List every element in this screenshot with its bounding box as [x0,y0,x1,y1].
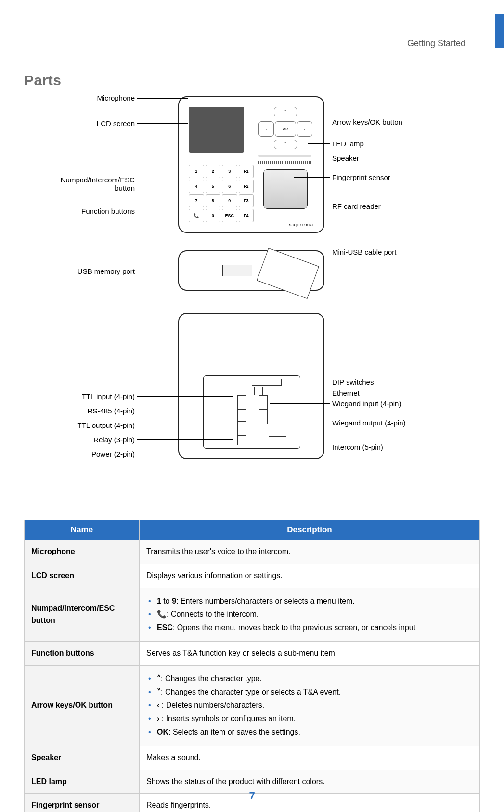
label-rf-reader: RF card reader [332,202,381,210]
arrowpad-illustration: ˄ ˅ ‹ › OK [258,107,311,153]
text: : Inserts symbols or configures an item. [159,714,296,722]
arrow-right-key: › [297,121,312,137]
arrow-left-key: ‹ [258,121,274,137]
cell-desc: Serves as T&A function key or selects a … [140,641,480,665]
arrow-up-key: ˄ [274,107,297,116]
table-header-row: Name Description [25,520,480,540]
table-row: Speaker Makes a sound. [25,746,480,770]
chevron-up-icon: ˄ [157,674,161,683]
cell-name: Numpad/Intercom/ESC button [25,588,140,641]
keypad-key: F1 [239,165,254,178]
cell-desc: Displays various information or settings… [140,564,480,588]
led-lamp-illustration [258,155,311,157]
arrow-down-key: ˅ [274,140,297,149]
text: : Changes the character type. [161,674,262,683]
leader-line [137,439,233,440]
keypad-key: 8 [206,194,221,208]
keypad-key: F4 [239,209,254,222]
bold-text: OK [157,728,168,736]
text: : Changes the character type or selects … [161,688,341,696]
cell-desc: Makes a sound. [140,746,480,770]
keypad-key: 2 [206,165,221,178]
leader-line [270,423,330,423]
label-wiegand-out: Wiegand output (4-pin) [332,419,406,427]
label-power: Power (2-pin) [34,450,135,458]
label-numpad-esc: Numpad/Intercom/ESC button [34,176,135,192]
leader-line [137,185,188,185]
rs485-illustration [237,410,246,421]
label-fingerprint: Fingerprint sensor [332,173,390,181]
label-arrow-ok: Arrow keys/OK button [332,118,402,126]
list-item: OK: Selects an item or saves the setting… [146,726,473,738]
text: : Connects to the intercom. [167,610,258,618]
label-lcd: LCD screen [53,119,135,128]
page-number: 7 [0,790,504,802]
keypad-key: 9 [222,194,237,208]
leader-line [308,158,330,158]
keypad-key: 4 [189,180,204,193]
th-name: Name [25,520,140,540]
keypad-key: 0 [206,209,221,222]
table-row: Numpad/Intercom/ESC button 1 to 9: Enter… [25,588,480,641]
phone-icon: 📞 [157,610,167,618]
label-mini-usb: Mini-USB cable port [332,248,396,256]
lcd-illustration [189,107,244,153]
table-row: Microphone Transmits the user's voice to… [25,540,480,564]
leader-line [137,425,233,425]
keypad-key: ESC [222,209,237,222]
leader-line [137,211,200,211]
label-intercom: Intercom (5-pin) [332,443,383,451]
parts-table: Name Description Microphone Transmits th… [24,520,480,812]
leader-line [137,98,188,99]
label-ethernet: Ethernet [332,389,360,397]
list-item: 📞: Connects to the intercom. [146,608,473,620]
list-item: ‹ : Deletes numbers/characters. [146,699,473,711]
keypad-key: 5 [206,180,221,193]
list-item: ˅: Changes the character type or selects… [146,686,473,698]
keypad-key: 7 [189,194,204,208]
bold-text: 1 [157,597,161,605]
label-relay: Relay (3-pin) [34,436,135,444]
cell-name: Function buttons [25,641,140,665]
label-function-buttons: Function buttons [43,207,135,215]
label-rs485: RS-485 (4-pin) [34,407,135,415]
table-row: Function buttons Serves as T&A function … [25,641,480,665]
device-back-illustration [178,313,324,459]
label-wiegand-in: Wiegand input (4-pin) [332,400,401,408]
fingerprint-illustration [263,169,308,209]
label-microphone: Microphone [53,94,135,102]
text: : Deletes numbers/characters. [159,701,264,709]
leader-line [270,403,330,404]
connector-area [203,375,300,449]
leader-line [137,454,243,454]
section-title: Parts [24,72,62,89]
wiegand-output-illustration [259,410,268,424]
breadcrumb: Getting Started [407,39,465,49]
list-item: ˄: Changes the character type. [146,673,473,685]
keypad-key: F3 [239,194,254,208]
leader-line [294,122,330,122]
keypad-key: 1 [189,165,204,178]
text: : Opens the menu, moves back to the prev… [173,623,415,632]
cover-flap-illustration [257,248,319,299]
leader-line [137,396,233,397]
bold-text: 9 [172,597,176,605]
keypad-illustration: 1 2 3 F1 4 5 6 F2 7 8 9 F3 📞 0 ESC F4 [189,165,254,222]
leader-line [265,252,330,252]
intercom-port-illustration [269,429,286,437]
device-bottom-illustration [178,250,324,291]
keypad-key: 3 [222,165,237,178]
cell-name: Speaker [25,746,140,770]
keypad-key: F2 [239,180,254,193]
dip-switches-illustration [252,379,282,386]
label-led-lamp: LED lamp [332,140,364,148]
label-dip: DIP switches [332,378,374,386]
chevron-down-icon: ˅ [157,688,161,696]
cell-desc: ˄: Changes the character type. ˅: Change… [140,665,480,746]
leader-line [137,123,188,124]
relay-illustration [237,436,246,445]
th-description: Description [140,520,480,540]
label-speaker: Speaker [332,154,359,162]
parts-diagram: ˄ ˅ ‹ › OK 1 2 3 F1 4 5 6 F2 7 8 9 F3 [24,91,480,501]
device-front-illustration: ˄ ˅ ‹ › OK 1 2 3 F1 4 5 6 F2 7 8 9 F3 [178,96,324,233]
